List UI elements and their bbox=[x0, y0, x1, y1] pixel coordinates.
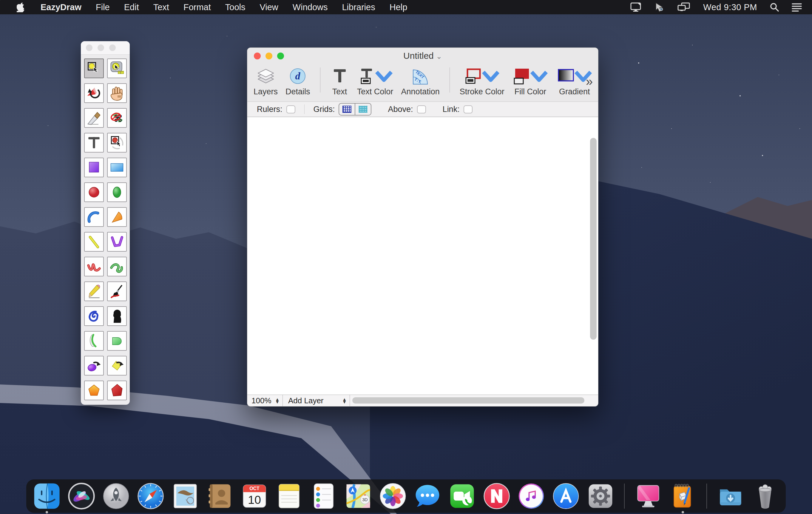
menu-text[interactable]: Text bbox=[146, 2, 176, 12]
spiral-tool[interactable] bbox=[84, 306, 104, 326]
dock-photos[interactable] bbox=[379, 482, 407, 510]
palette-zoom-button[interactable] bbox=[109, 45, 116, 51]
toolbar-annotation-button[interactable]: TEXTT↓TAnnotation bbox=[397, 65, 443, 97]
horizontal-scrollbar[interactable] bbox=[352, 397, 584, 404]
menu-windows[interactable]: Windows bbox=[286, 2, 335, 12]
select-tool[interactable] bbox=[84, 58, 104, 78]
link-checkbox[interactable] bbox=[464, 105, 472, 113]
dock-news[interactable] bbox=[483, 482, 511, 510]
display-mirror-icon[interactable] bbox=[630, 2, 642, 12]
rounded-end-rectangle-tool[interactable] bbox=[107, 331, 127, 351]
palette-minimize-button[interactable] bbox=[97, 45, 104, 51]
window-status-bar: 100% ▲▼ Add Layer ▲▼ bbox=[247, 395, 598, 406]
toolbar-stroke-color-button[interactable]: Stroke Color bbox=[456, 65, 508, 97]
freehand-curve-tool[interactable] bbox=[107, 257, 127, 276]
zoom-button[interactable] bbox=[277, 53, 284, 59]
dock-reminders[interactable] bbox=[310, 482, 338, 510]
menu-libraries[interactable]: Libraries bbox=[335, 2, 382, 12]
no-command-tool[interactable]: ⌘ bbox=[107, 108, 127, 128]
horizontal-scrollbar-track[interactable] bbox=[350, 395, 598, 406]
polyline-tool[interactable] bbox=[107, 232, 127, 252]
drawing-canvas[interactable] bbox=[247, 117, 598, 395]
search-icon[interactable] bbox=[770, 2, 779, 12]
text-color-icon bbox=[357, 65, 394, 86]
dock-separator bbox=[706, 484, 707, 509]
text-tool[interactable] bbox=[84, 133, 104, 153]
toolbar-text-color-button[interactable]: Text Color bbox=[353, 65, 397, 97]
dock-trash[interactable] bbox=[751, 482, 779, 510]
arc-tool[interactable] bbox=[84, 207, 104, 227]
pan-hand-tool[interactable] bbox=[107, 83, 127, 103]
toolbar-overflow-button[interactable]: » bbox=[586, 75, 593, 88]
dock-eazydraw[interactable] bbox=[669, 482, 697, 510]
menu-clock[interactable]: Wed 9:30 PM bbox=[703, 2, 757, 12]
menu-help[interactable]: Help bbox=[382, 2, 415, 12]
target-select-tool[interactable] bbox=[107, 133, 127, 153]
dual-display-icon[interactable] bbox=[677, 2, 691, 12]
measure-tool[interactable] bbox=[107, 58, 127, 78]
rotate-ellipse-tool[interactable] bbox=[84, 356, 104, 376]
dock-messages[interactable] bbox=[413, 482, 441, 510]
dock-itunes[interactable] bbox=[517, 482, 545, 510]
orange-pentagon-tool[interactable] bbox=[84, 381, 104, 400]
palette-title-bar[interactable] bbox=[81, 41, 130, 55]
dock-system-preferences[interactable] bbox=[586, 482, 614, 510]
dock-launchpad[interactable] bbox=[102, 482, 130, 510]
menu-tools[interactable]: Tools bbox=[218, 2, 253, 12]
silhouette-tool[interactable] bbox=[107, 306, 127, 326]
dock-contacts[interactable] bbox=[206, 482, 234, 510]
toolbar-layers-button[interactable]: Layers bbox=[250, 65, 282, 97]
dock-mail[interactable] bbox=[171, 482, 199, 510]
dock-app-store[interactable] bbox=[552, 482, 580, 510]
menu-file[interactable]: File bbox=[89, 2, 117, 12]
rotate-square-tool[interactable] bbox=[107, 356, 127, 376]
red-polygon-tool[interactable] bbox=[107, 381, 127, 400]
dock-maps[interactable]: 3D bbox=[344, 482, 372, 510]
dock-downloads[interactable] bbox=[717, 482, 745, 510]
pie-wedge-tool[interactable] bbox=[107, 207, 127, 227]
zoom-stepper-arrows[interactable]: ▲▼ bbox=[275, 398, 283, 404]
menu-list-icon[interactable] bbox=[792, 3, 802, 11]
dock-notes[interactable] bbox=[275, 482, 303, 510]
zoom-stepper[interactable]: 100% ▲▼ bbox=[247, 395, 283, 406]
line-tool[interactable] bbox=[84, 232, 104, 252]
knife-tool[interactable] bbox=[84, 108, 104, 128]
layer-stepper-arrows[interactable]: ▲▼ bbox=[342, 398, 350, 404]
dock-safari[interactable] bbox=[137, 482, 165, 510]
pencil-tool[interactable] bbox=[84, 281, 104, 301]
rulers-checkbox[interactable] bbox=[286, 105, 295, 113]
purple-rectangle-tool[interactable] bbox=[84, 158, 104, 177]
dock-finder[interactable] bbox=[33, 482, 61, 510]
blue-grid-button[interactable] bbox=[339, 104, 355, 115]
toolbar-details-button[interactable]: dDetails bbox=[282, 65, 314, 97]
close-button[interactable] bbox=[254, 53, 261, 59]
menu-edit[interactable]: Edit bbox=[117, 2, 146, 12]
circle-tool[interactable] bbox=[84, 182, 104, 202]
minimize-button[interactable] bbox=[265, 53, 272, 59]
toolbar-text-button[interactable]: Text bbox=[326, 65, 353, 97]
crescent-tool[interactable] bbox=[84, 331, 104, 351]
apple-menu-icon[interactable] bbox=[9, 2, 33, 12]
menu-format[interactable]: Format bbox=[176, 2, 218, 12]
window-title-bar[interactable]: Untitled⌄ bbox=[247, 48, 598, 64]
layer-menu[interactable]: Add Layer ▲▼ bbox=[283, 395, 350, 406]
curve-tool[interactable] bbox=[84, 257, 104, 276]
menu-view[interactable]: View bbox=[252, 2, 285, 12]
cursor-icon[interactable] bbox=[655, 2, 665, 12]
palette-close-button[interactable] bbox=[86, 45, 92, 51]
title-chevron-icon[interactable]: ⌄ bbox=[436, 52, 442, 60]
vertical-scrollbar[interactable] bbox=[590, 138, 597, 340]
dock-siri[interactable] bbox=[67, 482, 95, 510]
teal-grid-button[interactable] bbox=[355, 104, 371, 115]
ellipse-tool[interactable] bbox=[107, 182, 127, 202]
brush-tool[interactable] bbox=[107, 281, 127, 301]
blue-rectangle-tool[interactable] bbox=[107, 158, 127, 177]
dock-cleanmymac[interactable] bbox=[634, 482, 662, 510]
svg-text:d: d bbox=[295, 71, 301, 81]
toolbar-fill-color-button[interactable]: Fill Color bbox=[508, 65, 552, 97]
dock-facetime[interactable] bbox=[448, 482, 476, 510]
dock-calendar[interactable]: OCT10 bbox=[240, 482, 268, 510]
menu-app-name[interactable]: EazyDraw bbox=[33, 2, 89, 12]
above-checkbox[interactable] bbox=[417, 105, 426, 113]
rotate-undo-tool[interactable] bbox=[84, 83, 104, 103]
